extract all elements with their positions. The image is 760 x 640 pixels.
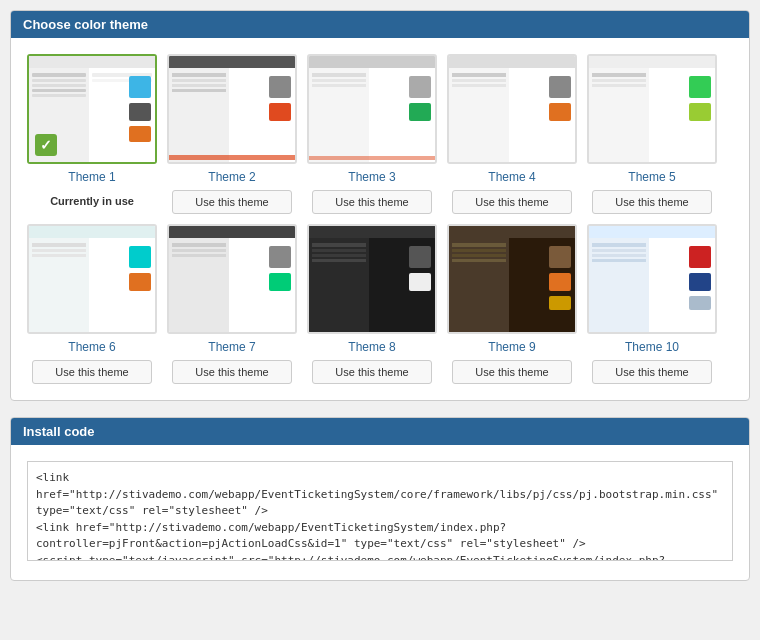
theme-item-3: Theme 3Use this theme [307, 54, 437, 214]
theme-preview-7[interactable] [167, 224, 297, 334]
theme-name-10: Theme 10 [625, 340, 679, 354]
theme-item-9: Theme 9Use this theme [447, 224, 577, 384]
theme-btn-9[interactable]: Use this theme [452, 360, 572, 384]
theme-name-7: Theme 7 [208, 340, 255, 354]
choose-section-title: Choose color theme [23, 17, 148, 32]
theme-item-7: Theme 7Use this theme [167, 224, 297, 384]
themes-grid: ✓Theme 1Currently in use Theme 2Use this… [27, 54, 733, 384]
theme-preview-3[interactable] [307, 54, 437, 164]
theme-preview-10[interactable] [587, 224, 717, 334]
theme-name-1: Theme 1 [68, 170, 115, 184]
theme-item-10: Theme 10Use this theme [587, 224, 717, 384]
theme-name-8: Theme 8 [348, 340, 395, 354]
install-section-title: Install code [23, 424, 95, 439]
choose-section-header: Choose color theme [11, 11, 749, 38]
install-code-section: Install code [10, 417, 750, 581]
theme-preview-5[interactable] [587, 54, 717, 164]
theme-preview-9[interactable] [447, 224, 577, 334]
theme-item-2: Theme 2Use this theme [167, 54, 297, 214]
theme-btn-10[interactable]: Use this theme [592, 360, 712, 384]
choose-color-theme-section: Choose color theme [10, 10, 750, 401]
theme-preview-2[interactable] [167, 54, 297, 164]
theme-btn-2[interactable]: Use this theme [172, 190, 292, 214]
theme-btn-3[interactable]: Use this theme [312, 190, 432, 214]
theme-check-badge-1: ✓ [35, 134, 57, 156]
theme-preview-6[interactable] [27, 224, 157, 334]
theme-btn-8[interactable]: Use this theme [312, 360, 432, 384]
theme-item-6: Theme 6Use this theme [27, 224, 157, 384]
theme-item-4: Theme 4Use this theme [447, 54, 577, 214]
theme-name-6: Theme 6 [68, 340, 115, 354]
install-code-textarea[interactable] [27, 461, 733, 561]
theme-btn-6[interactable]: Use this theme [32, 360, 152, 384]
theme-name-5: Theme 5 [628, 170, 675, 184]
theme-btn-7[interactable]: Use this theme [172, 360, 292, 384]
theme-item-5: Theme 5Use this theme [587, 54, 717, 214]
theme-preview-8[interactable] [307, 224, 437, 334]
theme-item-8: Theme 8Use this theme [307, 224, 437, 384]
theme-btn-1: Currently in use [32, 190, 152, 212]
install-code-content [11, 445, 749, 580]
theme-item-1: ✓Theme 1Currently in use [27, 54, 157, 214]
install-section-header: Install code [11, 418, 749, 445]
theme-preview-1[interactable]: ✓ [27, 54, 157, 164]
themes-grid-container: ✓Theme 1Currently in use Theme 2Use this… [11, 38, 749, 400]
theme-name-4: Theme 4 [488, 170, 535, 184]
theme-name-9: Theme 9 [488, 340, 535, 354]
theme-name-3: Theme 3 [348, 170, 395, 184]
theme-name-2: Theme 2 [208, 170, 255, 184]
theme-btn-5[interactable]: Use this theme [592, 190, 712, 214]
theme-preview-4[interactable] [447, 54, 577, 164]
theme-btn-4[interactable]: Use this theme [452, 190, 572, 214]
